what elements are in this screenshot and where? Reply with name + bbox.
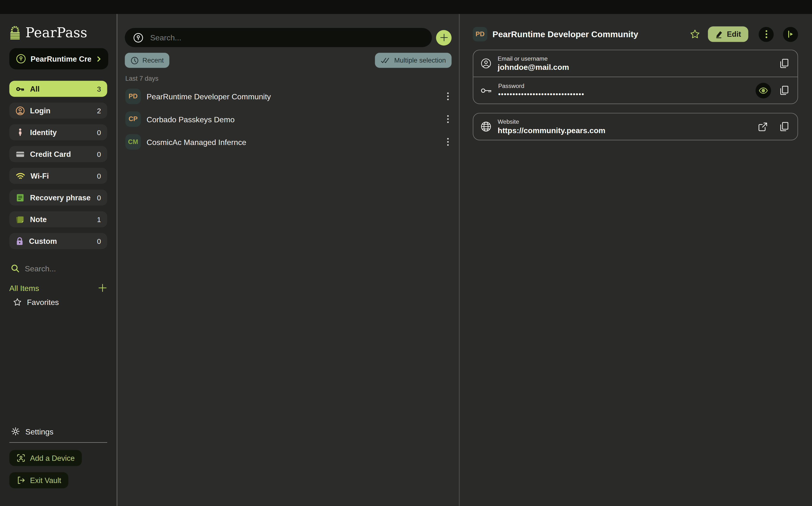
- copy-password-button[interactable]: [779, 84, 790, 97]
- vault-selector-button[interactable]: PearRuntime Cre...: [9, 48, 108, 69]
- multiple-selection-label: Multiple selection: [394, 57, 446, 64]
- window-top-bar: [0, 0, 812, 14]
- globe-icon: [481, 121, 492, 132]
- sidebar-item-label: Identity: [30, 128, 92, 136]
- password-field-value: ••••••••••••••••••••••••••••••: [498, 90, 749, 98]
- vault-selector-label: PearRuntime Cre...: [30, 55, 91, 63]
- app-logo: PearPass: [8, 25, 107, 40]
- document-icon: [15, 193, 25, 202]
- list-item-pearruntime[interactable]: PD PearRuntime Developer Community: [125, 85, 452, 107]
- app-title: PearPass: [25, 25, 87, 40]
- item-avatar: PD: [126, 88, 141, 104]
- sidebar: PearPass PearRuntime Cre...: [0, 14, 117, 506]
- sidebar-item-identity[interactable]: Identity 0: [9, 124, 107, 140]
- item-detail-panel: PD PearRuntime Developer Community Edit: [460, 14, 812, 506]
- item-menu-button[interactable]: [445, 113, 451, 125]
- keyhole-search-icon: [133, 32, 144, 43]
- detail-title: PearRuntime Developer Community: [492, 29, 683, 39]
- sidebar-search-placeholder: Search...: [25, 264, 56, 273]
- user-circle-icon: [15, 106, 25, 115]
- sidebar-item-favorites[interactable]: Favorites: [13, 298, 107, 307]
- credentials-card: Email or username johndoe@mail.com: [473, 50, 798, 104]
- password-field-label: Password: [498, 83, 749, 89]
- sidebar-item-custom[interactable]: Custom 0: [9, 233, 107, 249]
- copy-email-button[interactable]: [779, 57, 790, 70]
- item-title: PearRuntime Developer Community: [147, 92, 439, 100]
- favorites-label: Favorites: [27, 298, 59, 307]
- collapse-panel-button[interactable]: [783, 26, 798, 41]
- sidebar-item-login[interactable]: Login 2: [9, 102, 107, 118]
- star-icon: [13, 298, 22, 307]
- recent-chip-label: Recent: [142, 57, 164, 64]
- person-icon: [15, 128, 25, 137]
- sidebar-search[interactable]: Search...: [11, 264, 107, 273]
- all-items-section: All Items: [9, 283, 107, 292]
- chevron-right-icon: [96, 56, 102, 62]
- copy-website-button[interactable]: [779, 120, 790, 133]
- add-folder-icon[interactable]: [98, 283, 107, 292]
- sidebar-item-credit-card[interactable]: Credit Card 0: [9, 146, 107, 162]
- multiple-selection-chip[interactable]: Multiple selection: [375, 53, 452, 68]
- wifi-icon: [15, 172, 25, 180]
- sidebar-item-settings[interactable]: Settings: [11, 427, 107, 436]
- open-website-button[interactable]: [757, 120, 769, 133]
- sidebar-item-label: All: [30, 85, 92, 93]
- item-menu-button[interactable]: [445, 136, 451, 148]
- key-flat-icon: [481, 87, 492, 94]
- item-list: PD PearRuntime Developer Community CP Co…: [125, 85, 452, 153]
- add-device-label: Add a Device: [30, 454, 75, 462]
- add-item-button[interactable]: [436, 30, 452, 45]
- date-group-label: Last 7 days: [126, 75, 452, 82]
- user-round-icon: [481, 58, 492, 69]
- search-bar[interactable]: [125, 28, 432, 47]
- search-input[interactable]: [149, 32, 424, 43]
- sidebar-item-label: Recovery phrase: [30, 193, 92, 201]
- password-field-row: Password ••••••••••••••••••••••••••••••: [473, 77, 798, 103]
- sidebar-item-count: 0: [97, 237, 101, 245]
- settings-label: Settings: [25, 427, 54, 436]
- item-list-panel: Recent Multiple selection Last 7 days PD…: [117, 14, 460, 506]
- all-items-label[interactable]: All Items: [9, 283, 98, 292]
- sidebar-item-label: Wi-Fi: [30, 172, 92, 180]
- sidebar-item-label: Credit Card: [30, 150, 92, 158]
- sidebar-item-recovery-phrase[interactable]: Recovery phrase 0: [9, 189, 107, 205]
- lock-icon: [15, 237, 24, 245]
- sidebar-item-label: Note: [30, 215, 92, 223]
- sidebar-item-count: 1: [97, 215, 101, 223]
- clock-icon: [131, 56, 139, 65]
- website-card: Website https://community.pears.com: [473, 113, 798, 141]
- pearpass-window: PearPass PearRuntime Cre...: [0, 0, 812, 506]
- list-item-cosmicac[interactable]: CM CosmicAc Managed Infernce: [125, 131, 452, 153]
- exit-vault-label: Exit Vault: [30, 476, 61, 484]
- list-item-corbado[interactable]: CP Corbado Passkeys Demo: [125, 108, 452, 131]
- toggle-password-visibility-button[interactable]: [755, 83, 771, 98]
- sidebar-item-count: 2: [97, 106, 101, 114]
- sidebar-item-label: Custom: [29, 237, 92, 245]
- email-field-row: Email or username johndoe@mail.com: [473, 50, 798, 77]
- double-check-icon: [381, 57, 391, 64]
- search-icon: [11, 264, 19, 273]
- item-avatar: CP: [126, 111, 141, 127]
- detail-menu-button[interactable]: [758, 26, 774, 41]
- exit-vault-button[interactable]: Exit Vault: [9, 472, 69, 488]
- recent-filter-chip[interactable]: Recent: [125, 53, 169, 68]
- lock-logo-icon: [9, 26, 21, 39]
- sidebar-item-note[interactable]: Note 1: [9, 211, 107, 227]
- website-field-row: Website https://community.pears.com: [473, 113, 798, 140]
- edit-button-label: Edit: [727, 30, 741, 38]
- edit-button[interactable]: Edit: [708, 26, 748, 42]
- pencil-icon: [715, 30, 723, 38]
- sidebar-item-label: Login: [30, 106, 92, 114]
- key-icon: [15, 84, 25, 93]
- sidebar-item-count: 0: [97, 172, 101, 180]
- sidebar-item-wifi[interactable]: Wi-Fi 0: [9, 168, 107, 184]
- email-field-value: johndoe@mail.com: [498, 63, 772, 71]
- sidebar-item-count: 0: [97, 128, 101, 136]
- item-menu-button[interactable]: [445, 90, 451, 102]
- sidebar-item-all[interactable]: All 3: [9, 81, 107, 97]
- add-device-button[interactable]: Add a Device: [9, 450, 82, 466]
- favorite-star-button[interactable]: [688, 28, 701, 40]
- sidebar-item-count: 0: [97, 193, 101, 201]
- scan-user-icon: [17, 453, 25, 462]
- detail-avatar: PD: [473, 27, 487, 41]
